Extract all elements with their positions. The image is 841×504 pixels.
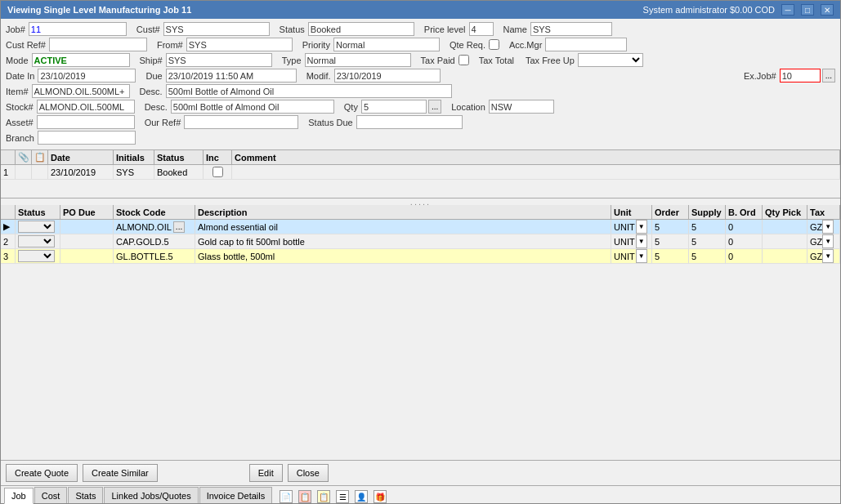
- tab-cost[interactable]: Cost: [34, 487, 68, 503]
- acc-mgr-input[interactable]: [545, 38, 627, 51]
- status-input[interactable]: [308, 22, 414, 36]
- cust-label: Cust#: [136, 25, 162, 34]
- tab-job[interactable]: Job: [4, 488, 34, 504]
- tab-icon-gift[interactable]: 🎁: [374, 490, 387, 503]
- cust-ref-input[interactable]: [49, 38, 147, 51]
- tab-stats[interactable]: Stats: [68, 487, 103, 503]
- bottom-row-1-status-select[interactable]: [18, 221, 55, 233]
- qty-ellipsis-button[interactable]: ...: [428, 100, 441, 114]
- bottom-row-1-order: 5: [652, 220, 689, 234]
- ex-job-input[interactable]: [780, 69, 821, 83]
- bottom-grid-row-2[interactable]: 2 CAP.GOLD.5 Gold cap to fit 500ml bottl…: [1, 234, 840, 249]
- bottom-row-3-unit: UNIT ▼: [611, 249, 652, 263]
- bottom-row-3-tax-dropdown[interactable]: ▼: [822, 249, 834, 263]
- top-col-num: [1, 150, 16, 164]
- ship-input[interactable]: [166, 53, 272, 67]
- top-col-inc: Inc: [204, 150, 232, 164]
- cust-input[interactable]: [163, 22, 270, 36]
- location-label: Location: [451, 102, 487, 112]
- branch-input[interactable]: [38, 131, 136, 145]
- bottom-row-3-stock-code: GL.BOTTLE.5: [114, 249, 195, 263]
- restore-button[interactable]: □: [801, 4, 814, 16]
- bottom-col-po-due: PO Due: [60, 205, 114, 219]
- bottom-row-2-tax-dropdown[interactable]: ▼: [822, 234, 834, 248]
- modif-label: Modif.: [306, 71, 333, 81]
- top-row-1-inc-checkbox[interactable]: [212, 167, 223, 177]
- top-col-attach: 📎: [16, 150, 32, 164]
- name-label: Name: [503, 25, 529, 34]
- asset-input[interactable]: [37, 115, 135, 129]
- bottom-row-2-po-due: [60, 234, 114, 248]
- from-input[interactable]: [186, 38, 293, 51]
- modif-input[interactable]: [334, 69, 441, 83]
- price-level-input[interactable]: [469, 22, 494, 36]
- item-label: Item#: [6, 87, 30, 96]
- bottom-row-3-status-select[interactable]: [18, 250, 55, 262]
- bottom-row-1-tax: GZ ▼: [807, 220, 840, 234]
- status-label: Status: [280, 25, 306, 34]
- top-row-1-initials: SYS: [114, 165, 154, 179]
- qte-req-checkbox[interactable]: [489, 39, 499, 50]
- tab-icon-list[interactable]: ☰: [336, 490, 349, 503]
- top-col-note: 📋: [32, 150, 48, 164]
- tab-icon-clipboard-yellow[interactable]: 📋: [317, 490, 330, 503]
- tax-free-up-select[interactable]: [578, 53, 643, 67]
- bottom-row-2-qty-pick: [763, 234, 807, 248]
- type-input[interactable]: [305, 53, 411, 67]
- bottom-row-2-num: 2: [1, 234, 16, 248]
- item-input[interactable]: [32, 84, 130, 98]
- attach-icon: 📎: [18, 152, 29, 163]
- bottom-grid-row-3[interactable]: 3 GL.BOTTLE.5 Glass bottle, 500ml UNIT ▼…: [1, 249, 840, 264]
- tab-linked-jobs-quotes[interactable]: Linked Jobs/Quotes: [104, 487, 198, 503]
- name-input[interactable]: [530, 22, 612, 36]
- ship-label: Ship#: [140, 56, 164, 65]
- edit-button[interactable]: Edit: [249, 464, 283, 482]
- bottom-grid-row-1[interactable]: ▶ ALMOND.OIL ... Almond essential oil UN…: [1, 220, 840, 234]
- tax-paid-checkbox[interactable]: [459, 55, 469, 65]
- mode-input[interactable]: [32, 53, 130, 67]
- tab-icon-document[interactable]: 📄: [280, 490, 293, 503]
- bottom-row-1-po-due: [60, 220, 114, 234]
- status-due-input[interactable]: [356, 115, 463, 129]
- bottom-row-2-supply: 5: [689, 234, 726, 248]
- stock-input[interactable]: [37, 100, 135, 114]
- bottom-row-1-stock-ellipsis[interactable]: ...: [173, 221, 185, 233]
- top-col-comment: Comment: [232, 150, 840, 164]
- job-input[interactable]: [29, 22, 127, 36]
- bottom-row-2-status-select[interactable]: [18, 235, 55, 248]
- date-in-input[interactable]: [38, 69, 136, 83]
- close-button[interactable]: Close: [288, 464, 329, 482]
- location-input[interactable]: [489, 100, 554, 114]
- title-bar: Viewing Single Level Manufacturing Job 1…: [1, 1, 840, 19]
- create-similar-button[interactable]: Create Similar: [83, 464, 158, 482]
- stock-desc-input[interactable]: [171, 100, 334, 114]
- grid-resizer[interactable]: .....: [1, 198, 840, 205]
- acc-mgr-label: Acc.Mgr: [509, 40, 544, 50]
- bottom-row-3-qty-pick: [763, 249, 807, 263]
- bottom-row-1-stock-code: ALMOND.OIL ...: [114, 220, 195, 234]
- bottom-row-1-tax-dropdown[interactable]: ▼: [822, 220, 834, 234]
- bottom-row-2-unit-dropdown[interactable]: ▼: [636, 234, 647, 248]
- qty-input[interactable]: [361, 100, 427, 114]
- create-quote-button[interactable]: Create Quote: [6, 464, 78, 482]
- item-desc-input[interactable]: [166, 84, 452, 98]
- tab-invoice-details[interactable]: Invoice Details: [199, 487, 273, 503]
- bottom-col-order: Order: [652, 205, 689, 219]
- bottom-row-2-tax: GZ ▼: [807, 234, 840, 248]
- ex-job-ellipsis-button[interactable]: ...: [822, 69, 835, 83]
- close-window-button[interactable]: ✕: [821, 4, 834, 16]
- from-label: From#: [157, 40, 185, 50]
- due-input[interactable]: [166, 69, 297, 83]
- ex-job-label: Ex.Job#: [744, 71, 778, 81]
- system-info: System administrator $0.00 COD: [643, 5, 775, 15]
- our-ref-input[interactable]: [184, 115, 298, 129]
- tab-icon-clipboard-red[interactable]: 📋: [298, 490, 311, 503]
- type-label: Type: [282, 56, 303, 65]
- minimize-button[interactable]: ─: [781, 4, 794, 16]
- button-row: Create Quote Create Similar Edit Close: [1, 461, 840, 485]
- tab-icon-person[interactable]: 👤: [355, 490, 368, 503]
- bottom-row-3-unit-dropdown[interactable]: ▼: [636, 249, 647, 263]
- bottom-row-1-unit-dropdown[interactable]: ▼: [636, 220, 647, 234]
- priority-input[interactable]: [333, 38, 440, 51]
- stock-desc-label: Desc.: [145, 102, 169, 112]
